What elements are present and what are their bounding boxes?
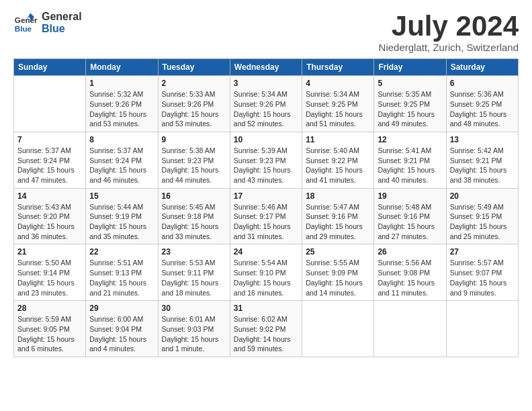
day-cell: 8Sunrise: 5:37 AM Sunset: 9:24 PM Daylig… [86,132,158,188]
day-cell: 26Sunrise: 5:56 AM Sunset: 9:08 PM Dayli… [374,244,446,301]
day-number: 26 [378,247,442,257]
day-detail: Sunrise: 5:37 AM Sunset: 9:24 PM Dayligh… [89,146,154,185]
day-cell: 9Sunrise: 5:38 AM Sunset: 9:23 PM Daylig… [158,132,230,188]
day-number: 19 [378,191,442,201]
day-detail: Sunrise: 5:53 AM Sunset: 9:11 PM Dayligh… [162,258,226,298]
day-number: 29 [89,304,154,313]
month-title: July 2024 [379,11,519,42]
day-cell: 21Sunrise: 5:50 AM Sunset: 9:14 PM Dayli… [14,244,86,301]
page-header: General Blue General Blue July 2024 Nied… [13,11,519,53]
day-detail: Sunrise: 5:45 AM Sunset: 9:18 PM Dayligh… [162,202,226,242]
logo-text-general: General [42,11,82,23]
day-cell: 27Sunrise: 5:57 AM Sunset: 9:07 PM Dayli… [446,244,518,301]
logo: General Blue General Blue [13,11,82,36]
day-cell: 25Sunrise: 5:55 AM Sunset: 9:09 PM Dayli… [302,244,374,301]
day-number: 12 [378,135,442,144]
col-header-saturday: Saturday [446,59,518,76]
day-number: 10 [234,135,298,144]
day-number: 8 [89,135,154,144]
day-number: 24 [234,247,298,257]
calendar-body: 1Sunrise: 5:32 AM Sunset: 9:26 PM Daylig… [14,76,519,357]
svg-text:General: General [15,15,38,24]
day-number: 2 [162,79,226,88]
day-number: 1 [89,79,154,88]
day-cell: 6Sunrise: 5:36 AM Sunset: 9:25 PM Daylig… [446,76,518,132]
col-header-friday: Friday [374,59,446,76]
day-detail: Sunrise: 5:34 AM Sunset: 9:26 PM Dayligh… [234,89,298,129]
day-cell: 28Sunrise: 5:59 AM Sunset: 9:05 PM Dayli… [14,301,86,357]
day-number: 9 [162,135,226,144]
day-cell: 29Sunrise: 6:00 AM Sunset: 9:04 PM Dayli… [86,301,158,357]
day-cell: 10Sunrise: 5:39 AM Sunset: 9:23 PM Dayli… [230,132,302,188]
svg-text:Blue: Blue [15,24,32,33]
day-cell: 11Sunrise: 5:40 AM Sunset: 9:22 PM Dayli… [302,132,374,188]
col-header-tuesday: Tuesday [158,59,230,76]
day-number: 5 [378,79,442,88]
day-number: 28 [17,304,82,313]
day-cell: 13Sunrise: 5:42 AM Sunset: 9:21 PM Dayli… [446,132,518,188]
day-cell: 2Sunrise: 5:33 AM Sunset: 9:26 PM Daylig… [158,76,230,132]
day-cell: 20Sunrise: 5:49 AM Sunset: 9:15 PM Dayli… [446,188,518,244]
day-cell: 24Sunrise: 5:54 AM Sunset: 9:10 PM Dayli… [230,244,302,301]
week-row-2: 7Sunrise: 5:37 AM Sunset: 9:24 PM Daylig… [14,132,519,188]
calendar-header-row: SundayMondayTuesdayWednesdayThursdayFrid… [14,59,519,76]
day-detail: Sunrise: 5:48 AM Sunset: 9:16 PM Dayligh… [378,202,442,242]
day-number: 11 [306,135,370,144]
day-number: 3 [234,79,298,88]
col-header-sunday: Sunday [14,59,86,76]
day-number: 27 [450,247,515,257]
day-cell: 4Sunrise: 5:34 AM Sunset: 9:25 PM Daylig… [302,76,374,132]
day-detail: Sunrise: 5:38 AM Sunset: 9:23 PM Dayligh… [162,146,226,185]
day-detail: Sunrise: 5:46 AM Sunset: 9:17 PM Dayligh… [234,202,298,242]
day-number: 31 [234,304,298,313]
day-detail: Sunrise: 6:01 AM Sunset: 9:03 PM Dayligh… [162,314,226,354]
day-detail: Sunrise: 5:34 AM Sunset: 9:25 PM Dayligh… [306,89,370,129]
day-cell: 14Sunrise: 5:43 AM Sunset: 9:20 PM Dayli… [14,188,86,244]
day-detail: Sunrise: 5:59 AM Sunset: 9:05 PM Dayligh… [17,314,82,354]
day-detail: Sunrise: 5:35 AM Sunset: 9:25 PM Dayligh… [378,89,442,129]
col-header-monday: Monday [86,59,158,76]
day-number: 20 [450,191,515,201]
week-row-4: 21Sunrise: 5:50 AM Sunset: 9:14 PM Dayli… [14,244,519,301]
day-cell [374,301,446,357]
day-cell: 30Sunrise: 6:01 AM Sunset: 9:03 PM Dayli… [158,301,230,357]
day-detail: Sunrise: 5:57 AM Sunset: 9:07 PM Dayligh… [450,258,515,298]
day-number: 25 [306,247,370,257]
day-cell [14,76,86,132]
day-number: 6 [450,79,515,88]
day-cell: 17Sunrise: 5:46 AM Sunset: 9:17 PM Dayli… [230,188,302,244]
col-header-thursday: Thursday [302,59,374,76]
day-detail: Sunrise: 5:32 AM Sunset: 9:26 PM Dayligh… [89,89,154,129]
day-detail: Sunrise: 5:41 AM Sunset: 9:21 PM Dayligh… [378,146,442,185]
day-detail: Sunrise: 5:54 AM Sunset: 9:10 PM Dayligh… [234,258,298,298]
calendar-table: SundayMondayTuesdayWednesdayThursdayFrid… [13,58,519,357]
day-number: 21 [17,247,82,257]
day-number: 15 [89,191,154,201]
day-number: 23 [162,247,226,257]
day-detail: Sunrise: 5:37 AM Sunset: 9:24 PM Dayligh… [17,146,82,185]
day-detail: Sunrise: 6:02 AM Sunset: 9:02 PM Dayligh… [234,314,298,354]
day-cell: 16Sunrise: 5:45 AM Sunset: 9:18 PM Dayli… [158,188,230,244]
day-number: 14 [17,191,82,201]
day-cell: 18Sunrise: 5:47 AM Sunset: 9:16 PM Dayli… [302,188,374,244]
logo-text-blue: Blue [42,23,82,35]
day-cell: 15Sunrise: 5:44 AM Sunset: 9:19 PM Dayli… [86,188,158,244]
day-detail: Sunrise: 5:47 AM Sunset: 9:16 PM Dayligh… [306,202,370,242]
day-number: 13 [450,135,515,144]
week-row-1: 1Sunrise: 5:32 AM Sunset: 9:26 PM Daylig… [14,76,519,132]
day-cell: 22Sunrise: 5:51 AM Sunset: 9:13 PM Dayli… [86,244,158,301]
day-cell: 3Sunrise: 5:34 AM Sunset: 9:26 PM Daylig… [230,76,302,132]
day-cell [302,301,374,357]
day-cell: 1Sunrise: 5:32 AM Sunset: 9:26 PM Daylig… [86,76,158,132]
day-detail: Sunrise: 5:50 AM Sunset: 9:14 PM Dayligh… [17,258,82,298]
day-number: 4 [306,79,370,88]
day-cell: 19Sunrise: 5:48 AM Sunset: 9:16 PM Dayli… [374,188,446,244]
col-header-wednesday: Wednesday [230,59,302,76]
day-detail: Sunrise: 6:00 AM Sunset: 9:04 PM Dayligh… [89,314,154,354]
day-number: 22 [89,247,154,257]
day-detail: Sunrise: 5:36 AM Sunset: 9:25 PM Dayligh… [450,89,515,129]
location: Niederglatt, Zurich, Switzerland [379,42,519,53]
day-detail: Sunrise: 5:43 AM Sunset: 9:20 PM Dayligh… [17,202,82,242]
day-cell: 12Sunrise: 5:41 AM Sunset: 9:21 PM Dayli… [374,132,446,188]
day-detail: Sunrise: 5:33 AM Sunset: 9:26 PM Dayligh… [162,89,226,129]
